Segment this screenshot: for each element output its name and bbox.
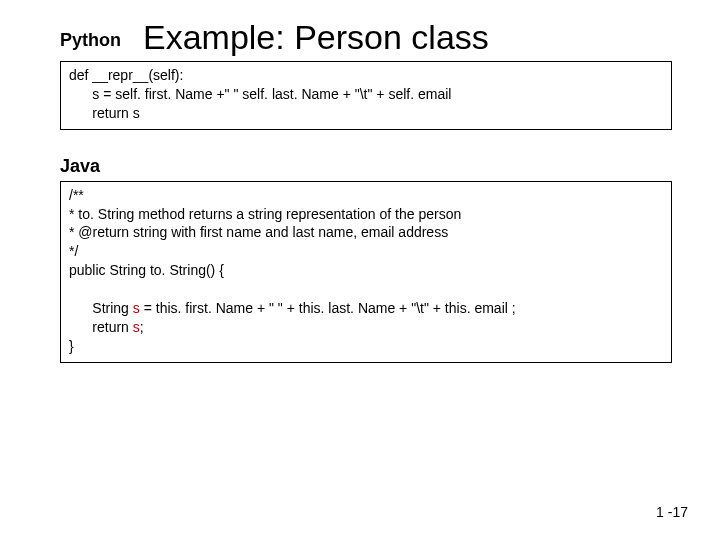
code-line: s = self. first. Name +" " self. last. N… (69, 86, 451, 102)
python-label: Python (60, 30, 121, 57)
code-line: def __repr__(self): (69, 67, 183, 83)
code-line: /** (69, 187, 84, 203)
slide: Python Example: Person class def __repr_… (0, 0, 720, 540)
slide-title: Example: Person class (143, 18, 489, 57)
code-line: * @return string with first name and las… (69, 224, 448, 240)
variable-s: s (133, 319, 140, 335)
java-label: Java (60, 156, 720, 177)
code-line: } (69, 338, 74, 354)
code-line: return s (69, 105, 140, 121)
page-number: 1 -17 (656, 504, 688, 520)
code-line: return s; (69, 319, 144, 335)
variable-s: s (133, 300, 140, 316)
python-code-box: def __repr__(self): s = self. first. Nam… (60, 61, 672, 130)
code-line: * to. String method returns a string rep… (69, 206, 461, 222)
code-line: String s = this. first. Name + " " + thi… (69, 300, 516, 316)
java-code-box: /** * to. String method returns a string… (60, 181, 672, 363)
code-line: public String to. String() { (69, 262, 224, 278)
header-row: Python Example: Person class (0, 0, 720, 57)
code-line: */ (69, 243, 78, 259)
